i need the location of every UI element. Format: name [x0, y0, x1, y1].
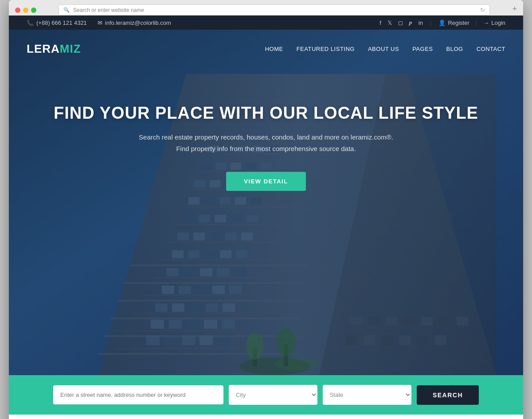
search-bar-inner: City New York Los Angeles Chicago Housto…: [53, 385, 479, 405]
email-icon: ✉: [98, 19, 102, 26]
email-address: info.leramiz@colorlib.com: [105, 19, 171, 26]
nav-contact[interactable]: CONTACT: [477, 46, 505, 52]
browser-window: 🔍 Search or enter website name ↻ + 📞 (+8…: [9, 0, 523, 419]
hero-subtitle-line1: Search real estate property records, hou…: [139, 133, 393, 141]
refresh-icon[interactable]: ↻: [480, 7, 485, 13]
email-contact: ✉ info.leramiz@colorlib.com: [98, 19, 171, 26]
nav-home[interactable]: HOME: [265, 46, 283, 52]
logo: LERAMIZ: [27, 42, 81, 56]
phone-contact: 📞 (+88) 666 121 4321: [27, 19, 87, 26]
login-icon: →: [483, 19, 489, 26]
nav-about-us[interactable]: ABOUT US: [368, 46, 399, 52]
nav-featured-listing[interactable]: FEATURED LISTING: [297, 46, 355, 52]
facebook-link[interactable]: f: [379, 19, 381, 26]
top-bar: 📞 (+88) 666 121 4321 ✉ info.leramiz@colo…: [9, 16, 523, 30]
minimize-dot[interactable]: [23, 8, 28, 13]
new-tab-button[interactable]: +: [512, 4, 517, 16]
top-bar-left: 📞 (+88) 666 121 4321 ✉ info.leramiz@colo…: [27, 19, 171, 26]
login-label: Login: [491, 19, 505, 26]
hero-content: FIND YOUR PLACE WITH OUR LOCAL LIFE STYL…: [9, 68, 523, 209]
instagram-link[interactable]: ◻: [398, 19, 403, 26]
pinterest-link[interactable]: 𝒑: [409, 19, 412, 26]
register-icon: 👤: [438, 19, 446, 26]
browser-chrome: 🔍 Search or enter website name ↻ +: [9, 0, 523, 16]
top-bar-right: f 𝕏 ◻ 𝒑 in | 👤 Register | → Login: [379, 19, 505, 26]
state-select[interactable]: State New York California Texas Florida: [323, 385, 411, 405]
nav-blog[interactable]: BLOG: [446, 46, 463, 52]
address-text: Search or enter website name: [73, 7, 144, 13]
address-search-icon: 🔍: [63, 7, 70, 13]
view-detail-button[interactable]: VIEW DETAIL: [226, 172, 305, 191]
hero-subtitle: Search real estate property records, hou…: [137, 132, 395, 154]
search-text-input[interactable]: [53, 385, 223, 404]
register-label: Register: [448, 19, 469, 26]
site-wrapper: 📞 (+88) 666 121 4321 ✉ info.leramiz@colo…: [9, 16, 523, 419]
search-button[interactable]: SEARCH: [417, 385, 479, 405]
bottom-white-area: [9, 415, 523, 419]
maximize-dot[interactable]: [31, 8, 36, 13]
close-dot[interactable]: [15, 8, 20, 13]
phone-number: (+88) 666 121 4321: [36, 19, 87, 26]
nav-pages[interactable]: PAGES: [412, 46, 433, 52]
divider: |: [430, 19, 431, 26]
search-bar-section: City New York Los Angeles Chicago Housto…: [9, 375, 523, 415]
linkedin-link[interactable]: in: [419, 19, 423, 26]
login-link[interactable]: → Login: [483, 19, 505, 26]
hero-title: FIND YOUR PLACE WITH OUR LOCAL LIFE STYL…: [27, 104, 505, 123]
city-select[interactable]: City New York Los Angeles Chicago Housto…: [229, 385, 317, 405]
navbar: LERAMIZ HOME FEATURED LISTING ABOUT US P…: [9, 30, 523, 68]
nav-links: HOME FEATURED LISTING ABOUT US PAGES BLO…: [265, 46, 505, 52]
social-links: f 𝕏 ◻ 𝒑 in: [379, 19, 423, 26]
auth-divider: |: [476, 19, 477, 26]
hero-section: LERAMIZ HOME FEATURED LISTING ABOUT US P…: [9, 30, 523, 375]
hero-subtitle-line2: Find property info from the most compreh…: [176, 145, 356, 152]
phone-icon: 📞: [27, 19, 34, 26]
logo-lera: LERA: [27, 42, 60, 55]
logo-miz: MIZ: [60, 42, 81, 55]
address-bar[interactable]: 🔍 Search or enter website name ↻: [59, 4, 490, 16]
twitter-link[interactable]: 𝕏: [387, 19, 392, 26]
register-link[interactable]: 👤 Register: [438, 19, 469, 26]
browser-dots: [15, 8, 36, 13]
auth-links: 👤 Register | → Login: [438, 19, 505, 26]
